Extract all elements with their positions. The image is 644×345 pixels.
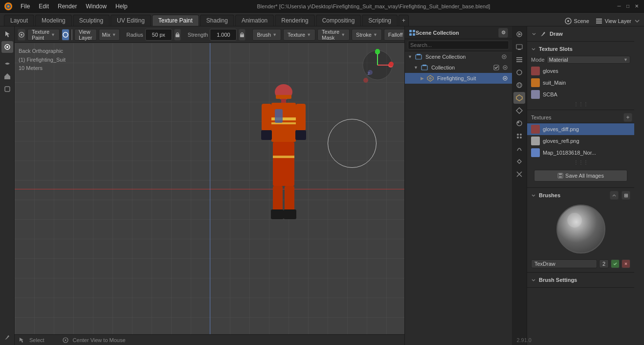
tool-draw[interactable] [1,41,13,53]
svg-rect-40 [284,209,296,219]
tab-uv-editing[interactable]: UV Editing [111,15,151,26]
tab-texture-paint[interactable]: Texture Paint [152,15,199,26]
window-controls: ─ □ ✕ [616,3,640,10]
menu-window[interactable]: Window [82,2,111,11]
brushes-header[interactable]: Brushes ⊞ [527,190,634,201]
props-scene-icon[interactable] [513,67,525,78]
maximize-button[interactable]: □ [624,3,631,10]
tab-shading[interactable]: Shading [200,15,234,26]
menu-edit[interactable]: Edit [35,2,53,11]
outliner-row-firefighting-suit[interactable]: ▶ Firefighting_Suit [405,73,512,84]
svg-rect-41 [275,109,283,123]
outliner-row-collection[interactable]: ▼ Collection [405,62,512,73]
tab-add[interactable]: + [399,15,409,26]
viewport-axes[interactable]: X Y Z [360,48,395,84]
right-section: Scene Collection ⚙ ▼ Scene Collection [404,26,644,345]
brush-fav-btn[interactable] [611,259,620,268]
mode-prop-dropdown[interactable]: Material ▼ [547,56,630,64]
slot-suit-thumb [531,78,540,87]
brush-cursor [328,119,377,168]
minimize-button[interactable]: ─ [616,3,622,10]
tool-smear[interactable] [1,58,13,69]
mode-dropdown[interactable]: Texture Paint ▼ [27,29,60,41]
texture-slots-header[interactable]: Texture Slots [527,44,634,54]
svg-point-2 [7,5,10,7]
blend-mode-dropdown[interactable]: Mix ▼ [99,29,120,41]
texture-gloves-refl[interactable]: gloves_refl.png [527,135,634,147]
scene-value[interactable]: Scene [574,18,589,24]
tab-scripting[interactable]: Scripting [362,15,398,26]
props-physics-icon[interactable] [513,143,525,155]
brushes-expand-btn[interactable] [610,191,619,200]
stroke-btn[interactable]: Stroke ▼ [352,29,382,41]
slot-scba[interactable]: SCBA [527,89,634,100]
tool-annotate[interactable] [1,331,13,343]
svg-rect-5 [596,19,602,20]
brush-settings-btn[interactable]: Brush ▼ [252,29,281,41]
strength-input[interactable] [210,29,237,41]
slot-gloves[interactable]: gloves [527,65,634,77]
props-modifiers-icon[interactable] [513,168,525,180]
texture-btn[interactable]: Texture ▼ [283,29,315,41]
view-dropdown[interactable]: View Layer [74,29,97,41]
radius-input[interactable] [145,29,172,41]
mode-icon-btn[interactable] [18,29,25,41]
select-icon [19,337,25,344]
props-material-icon[interactable] [513,117,525,129]
brush-type-btn[interactable] [62,29,69,41]
brush-delete-btn[interactable] [622,259,630,268]
add-texture-btn[interactable]: + [623,113,632,122]
menu-help[interactable]: Help [111,2,132,11]
outliner-filter-btn[interactable]: ⚙ [498,28,508,38]
view-layer-value[interactable]: View Layer [605,18,631,24]
radius-lock-icon[interactable] [174,29,181,41]
props-constraints-icon[interactable] [513,156,525,167]
tab-layout[interactable]: Layout [4,15,34,26]
menu-file[interactable]: File [17,2,34,11]
outliner-row-scene-collection[interactable]: ▼ Scene Collection [405,51,512,62]
tool-mask[interactable] [1,83,13,95]
props-object-icon[interactable] [513,92,525,104]
scene-collection-vis-icon[interactable] [501,54,507,60]
menu-bar: File Edit Render Window Help [17,2,132,11]
firefighter-figure [254,82,313,229]
close-button[interactable]: ✕ [633,3,640,10]
collection-vis-icon[interactable] [502,65,508,70]
tool-select[interactable] [1,28,13,40]
mesh-icon [427,75,434,82]
brush-preview-sphere [556,205,605,253]
save-icon [557,173,563,179]
props-particles-icon[interactable] [513,130,525,142]
props-world-icon[interactable] [513,79,525,91]
tool-fill[interactable] [1,70,13,82]
collection-checkbox-icon[interactable] [493,65,499,70]
save-all-images-btn[interactable]: Save All Images [534,170,627,182]
props-output-icon[interactable] [513,41,525,53]
props-mesh-icon[interactable] [513,105,525,116]
props-view-layer-icon[interactable] [513,54,525,66]
outliner-search[interactable] [408,41,509,49]
brush-name-label: TexDraw [531,259,597,268]
tab-sculpting[interactable]: Sculpting [73,15,110,26]
suit-vis-icon[interactable] [502,75,508,81]
main-viewport[interactable]: Back Orthographic (1) Firefighting_Suit … [15,43,404,334]
tab-animation[interactable]: Animation [235,15,274,26]
slot-suit-main[interactable]: suit_Main [527,77,634,89]
svg-rect-81 [559,176,562,178]
menu-render[interactable]: Render [54,2,81,11]
tab-compositing[interactable]: Compositing [316,15,361,26]
texture-mask-btn[interactable]: Texture Mask ▼ [317,29,350,41]
strength-lock-icon[interactable] [239,29,245,41]
texture-gloves-diff[interactable]: gloves_diff.png [527,123,634,135]
center-view-icon [62,337,69,344]
brush-header[interactable]: Draw [527,28,634,39]
color-swatch[interactable] [71,29,72,40]
tab-rendering[interactable]: Rendering [275,15,314,26]
falloff-btn[interactable]: Falloff ▼ [384,29,404,41]
tex-gloves-diff-name: gloves_diff.png [543,126,630,132]
brushes-icon-view-btn[interactable]: ⊞ [622,191,630,200]
tab-modeling[interactable]: Modeling [35,15,72,26]
texture-map-normal[interactable]: Map_10183618_Nor... [527,147,634,159]
props-render-icon[interactable] [513,28,525,40]
brush-settings-header[interactable]: Brush Settings [527,275,634,285]
